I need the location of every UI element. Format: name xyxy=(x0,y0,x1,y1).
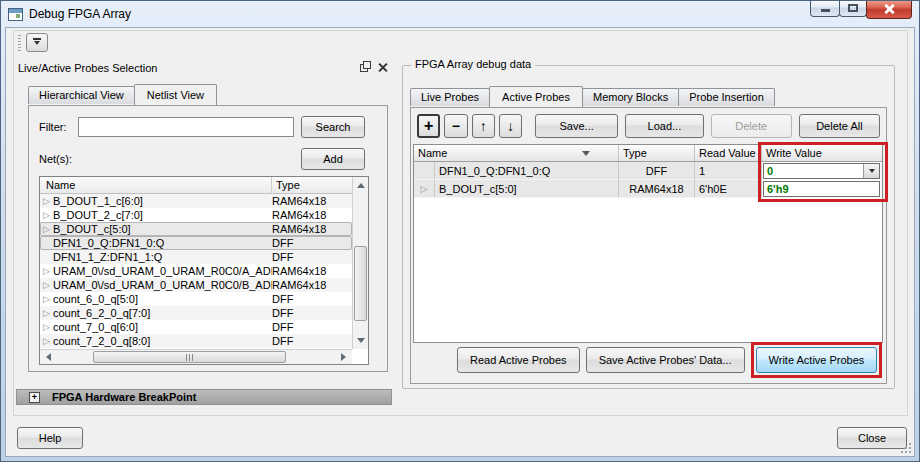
vertical-scroll-thumb[interactable] xyxy=(354,246,367,322)
net-row[interactable]: ▷B_DOUT_c[5:0]RAM64x18 xyxy=(40,222,352,236)
help-button[interactable]: Help xyxy=(17,427,83,449)
fpga-hardware-breakpoint-section[interactable]: + FPGA Hardware BreakPoint xyxy=(16,389,392,405)
search-button[interactable]: Search xyxy=(301,116,365,138)
net-row[interactable]: DFN1_1_Z:DFN1_1:QDFF xyxy=(40,250,352,264)
column-header-name[interactable]: Name xyxy=(40,177,272,193)
remove-probe-button[interactable]: − xyxy=(444,114,467,138)
expander-spacer xyxy=(40,236,53,250)
write-value-dropdown[interactable]: 0 xyxy=(763,163,880,179)
dropdown-arrow-icon[interactable] xyxy=(863,164,879,178)
probe-type: DFF xyxy=(619,162,695,180)
delete-button[interactable]: Delete xyxy=(711,114,792,138)
add-button[interactable]: Add xyxy=(301,148,365,170)
column-header-type[interactable]: Type xyxy=(272,177,352,193)
column-header-read-value[interactable]: Read Value xyxy=(695,145,762,161)
net-type: DFF xyxy=(272,250,352,264)
net-table-header: Name Type xyxy=(40,177,352,194)
probe-type: RAM64x18 xyxy=(619,180,695,198)
expander-icon[interactable]: ▷ xyxy=(40,264,53,278)
column-header-type[interactable]: Type xyxy=(619,145,695,161)
scroll-down-icon[interactable] xyxy=(353,335,368,348)
breakpoint-section-label: FPGA Hardware BreakPoint xyxy=(52,391,196,403)
group-title: FPGA Array debug data xyxy=(411,58,535,70)
tab-hierarchical-view[interactable]: Hierarchical View xyxy=(28,86,135,104)
net-row[interactable]: DFN1_0_Q:DFN1_0:QDFF xyxy=(40,236,352,250)
float-panel-icon[interactable] xyxy=(360,64,368,72)
toolbar-collapse-button[interactable] xyxy=(26,33,48,52)
net-type: DFF xyxy=(272,306,352,320)
save-button[interactable]: Save... xyxy=(535,114,618,138)
probe-toolbar: + − ↑ ↓ Save... Load... Delete Delete Al… xyxy=(417,114,880,138)
title-bar[interactable]: Debug FPGA Array xyxy=(1,1,919,27)
scroll-up-icon[interactable] xyxy=(353,178,368,191)
move-up-button[interactable]: ↑ xyxy=(472,114,495,138)
minimize-icon xyxy=(821,9,830,12)
scroll-left-icon[interactable] xyxy=(41,350,54,364)
net-name: B_DOUT_1_c[6:0] xyxy=(53,194,272,208)
net-row[interactable]: ▷B_DOUT_2_c[7:0]RAM64x18 xyxy=(40,208,352,222)
column-header-write-value[interactable]: Write Value xyxy=(762,145,882,161)
net-type: RAM64x18 xyxy=(272,278,352,292)
expander-spacer xyxy=(40,250,53,264)
write-active-probes-annotation-box: Write Active Probes xyxy=(751,342,883,378)
active-probes-table: Name Type Read Value Write Value DFN1_0_… xyxy=(413,144,883,343)
netlist-view-panel: Filter: Search Net(s): Add Name Type ▷B_… xyxy=(28,105,388,372)
scroll-right-icon[interactable] xyxy=(338,350,351,364)
tab-active-probes[interactable]: Active Probes xyxy=(489,86,583,107)
net-row[interactable]: ▷count_7_0_q[6:0]DFF xyxy=(40,320,352,334)
expander-icon[interactable]: ▷ xyxy=(414,180,435,197)
expander-icon[interactable]: ▷ xyxy=(40,208,53,222)
expander-icon[interactable]: ▷ xyxy=(40,334,53,348)
maximize-button[interactable] xyxy=(839,0,867,17)
move-down-button[interactable]: ↓ xyxy=(499,114,522,138)
net-name: URAM_0\/sd_URAM_0_URAM_R0C0/B_ADDR_net[9… xyxy=(53,278,272,292)
toolbar-drag-handle[interactable] xyxy=(18,35,21,51)
net-vertical-scrollbar[interactable] xyxy=(352,177,368,349)
close-window-button[interactable] xyxy=(866,0,912,19)
load-button[interactable]: Load... xyxy=(625,114,703,138)
expand-plus-icon[interactable]: + xyxy=(29,392,40,403)
horizontal-scroll-thumb[interactable] xyxy=(93,351,286,363)
thumb-grip-icon xyxy=(186,354,193,361)
close-panel-icon[interactable] xyxy=(378,63,387,72)
expander-icon[interactable]: ▷ xyxy=(40,320,53,334)
write-active-probes-button[interactable]: Write Active Probes xyxy=(756,347,878,373)
collapse-icon xyxy=(33,38,41,40)
net-name: count_6_0_q[5:0] xyxy=(53,292,272,306)
net-row[interactable]: ▷count_7_2_0_q[8:0]DFF xyxy=(40,334,352,348)
net-type: RAM64x18 xyxy=(272,222,352,236)
save-active-probes-data-button[interactable]: Save Active Probes' Data... xyxy=(586,347,745,373)
expander-icon[interactable]: ▷ xyxy=(40,306,53,320)
net-row[interactable]: ▷count_6_2_0_q[7:0]DFF xyxy=(40,306,352,320)
net-horizontal-scrollbar[interactable] xyxy=(40,349,352,364)
expander-icon[interactable]: ▷ xyxy=(40,292,53,306)
left-tab-bar: Hierarchical View Netlist View xyxy=(28,84,216,104)
main-toolbar xyxy=(18,33,48,52)
probe-actions: Read Active Probes Save Active Probes' D… xyxy=(411,342,886,378)
filter-input[interactable] xyxy=(78,117,294,137)
probe-row[interactable]: DFN1_0_Q:DFN1_0:Q DFF 1 0 xyxy=(414,162,882,180)
write-value: 0 xyxy=(764,165,863,177)
net-row[interactable]: ▷count_6_0_q[5:0]DFF xyxy=(40,292,352,306)
close-dialog-button[interactable]: Close xyxy=(837,427,907,449)
read-active-probes-button[interactable]: Read Active Probes xyxy=(457,347,580,373)
expander-icon[interactable]: ▷ xyxy=(40,278,53,292)
net-name: count_7_2_0_q[8:0] xyxy=(53,334,272,348)
tab-probe-insertion[interactable]: Probe Insertion xyxy=(678,88,775,106)
write-value-field[interactable]: 6'h9 xyxy=(763,181,880,197)
probe-row[interactable]: ▷B_DOUT_c[5:0] RAM64x18 6'h0E 6'h9 xyxy=(414,180,882,198)
tab-memory-blocks[interactable]: Memory Blocks xyxy=(582,88,679,106)
net-row[interactable]: ▷B_DOUT_1_c[6:0]RAM64x18 xyxy=(40,194,352,208)
add-probe-button[interactable]: + xyxy=(417,114,440,138)
column-header-name[interactable]: Name xyxy=(414,145,619,161)
minimize-button[interactable] xyxy=(810,0,840,17)
net-row[interactable]: ▷URAM_0\/sd_URAM_0_URAM_R0C0/B_ADDR_net[… xyxy=(40,278,352,292)
expander-icon[interactable]: ▷ xyxy=(40,194,53,208)
expander-icon[interactable]: ▷ xyxy=(40,222,53,236)
resize-grip[interactable] xyxy=(899,441,911,453)
tab-live-probes[interactable]: Live Probes xyxy=(410,88,490,106)
fpga-array-debug-data-group: FPGA Array debug data Live Probes Active… xyxy=(402,65,895,389)
tab-netlist-view[interactable]: Netlist View xyxy=(134,84,217,105)
delete-all-button[interactable]: Delete All xyxy=(799,114,880,138)
net-row[interactable]: ▷URAM_0\/sd_URAM_0_URAM_R0C0/A_ADDR_net[… xyxy=(40,264,352,278)
